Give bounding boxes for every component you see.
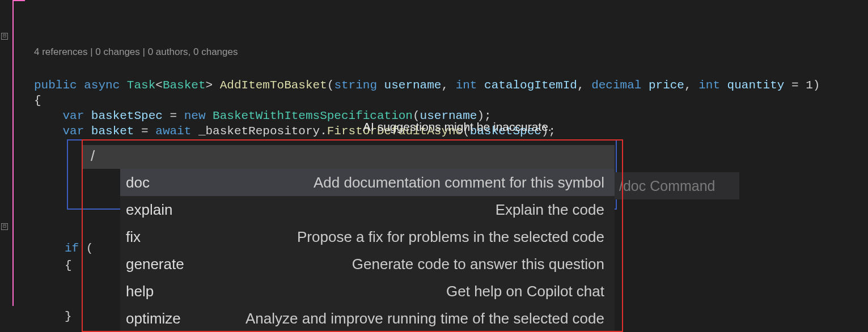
suggestion-name: help: [126, 283, 154, 300]
type-task: Task: [127, 79, 155, 92]
local-basketspec: basketSpec: [91, 109, 163, 122]
command-suggestion-list: doc Add documentation comment for this s…: [120, 169, 615, 332]
brace-open: {: [34, 94, 41, 107]
suggestion-help[interactable]: help Get help on Copilot chat: [120, 278, 615, 305]
keyword-async: async: [84, 79, 120, 92]
keyword-var: var: [62, 109, 84, 122]
suggestion-name: generate: [126, 256, 184, 273]
keyword-int: int: [456, 79, 477, 92]
local-basket: basket: [91, 125, 134, 138]
param-quantity: quantity: [727, 79, 785, 92]
keyword-if: if: [65, 242, 79, 255]
brace-open-if: {: [65, 259, 72, 272]
suggestion-name: doc: [126, 174, 150, 191]
fold-toggle-method[interactable]: ⊟: [1, 33, 8, 40]
keyword-new: new: [184, 109, 206, 122]
codelens[interactable]: 4 references | 0 changes | 0 authors, 0 …: [34, 46, 820, 58]
field-repo: _basketRepository: [198, 125, 320, 138]
suggestion-desc: Generate code to answer this question: [352, 256, 604, 273]
param-price: price: [649, 79, 684, 92]
ai-inaccuracy-note: AI suggestions might be inaccurate.: [363, 120, 552, 134]
type-basket: Basket: [163, 79, 206, 92]
suggestion-fix[interactable]: fix Propose a fix for problems in the se…: [120, 223, 615, 250]
brace-close-if: }: [65, 310, 72, 323]
param-catalogItemId: catalogItemId: [484, 79, 577, 92]
keyword-public: public: [34, 79, 77, 92]
suggestion-name: fix: [126, 228, 141, 246]
keyword-int2: int: [698, 79, 720, 92]
command-tooltip: /doc Command: [615, 172, 739, 199]
literal-default: 1: [806, 79, 813, 92]
operator-eq: =: [163, 109, 184, 122]
suggestion-desc: Analyze and improve running time of the …: [245, 310, 604, 327]
keyword-string: string: [334, 79, 377, 92]
suggestion-desc: Explain the code: [496, 201, 604, 219]
keyword-decimal: decimal: [591, 79, 641, 92]
inline-chat-input[interactable]: /: [83, 145, 615, 169]
param-username: username: [384, 79, 442, 92]
change-marker: [12, 0, 14, 306]
suggestion-name: optimize: [126, 310, 181, 327]
method-name: AddItemToBasket: [220, 79, 327, 92]
tooltip-text: /doc Command: [619, 178, 715, 194]
change-marker-top: [12, 0, 25, 1]
keyword-var2: var: [62, 125, 84, 138]
suggestion-name: explain: [126, 201, 172, 219]
editor-gutter: ⊟ ⊟: [0, 0, 11, 332]
fold-toggle-if[interactable]: ⊟: [1, 223, 8, 230]
keyword-await: await: [155, 125, 191, 138]
suggestion-desc: Add documentation comment for this symbo…: [314, 174, 604, 191]
operator-eq2: =: [134, 125, 155, 138]
suggestion-optimize[interactable]: optimize Analyze and improve running tim…: [120, 305, 615, 332]
suggestion-desc: Propose a fix for problems in the select…: [297, 228, 604, 246]
code-below: if ( { } bask: [65, 223, 93, 332]
suggestion-desc: Get help on Copilot chat: [446, 283, 604, 300]
suggestion-explain[interactable]: explain Explain the code: [120, 196, 615, 223]
input-text: /: [91, 147, 95, 165]
suggestion-doc[interactable]: doc Add documentation comment for this s…: [120, 169, 615, 196]
paren: (: [86, 242, 94, 255]
suggestion-generate[interactable]: generate Generate code to answer this qu…: [120, 250, 615, 278]
